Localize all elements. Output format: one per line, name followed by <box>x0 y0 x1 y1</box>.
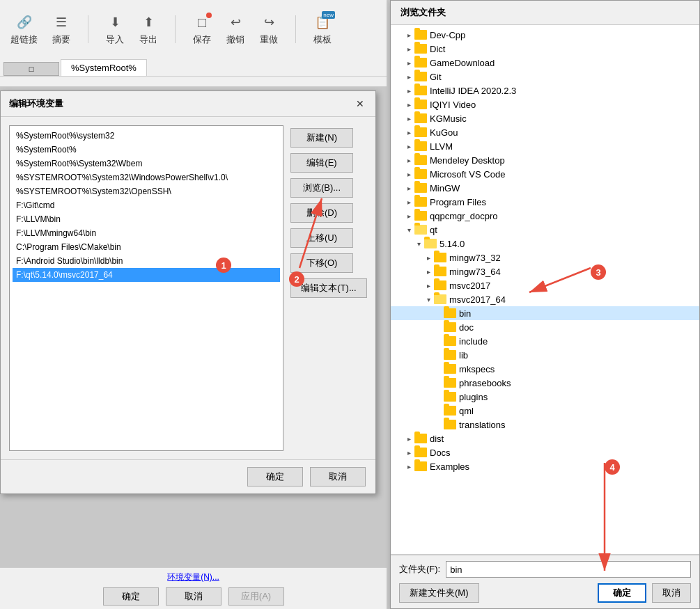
tree-toggle-icon[interactable]: ▾ <box>413 238 424 249</box>
tree-toggle-icon[interactable]: ▸ <box>403 155 414 166</box>
toolbar-template[interactable]: 📋 new 模板 <box>313 13 332 46</box>
move-up-button[interactable]: 上移(U) <box>290 228 353 248</box>
env-list-item[interactable]: F:\qt\5.14.0\msvc2017_64 <box>13 268 280 282</box>
env-list-item[interactable]: %SYSTEMROOT%\System32\WindowsPowerShell\… <box>13 171 280 184</box>
env-list-item[interactable]: %SystemRoot% <box>13 143 280 157</box>
tree-item[interactable]: ▸Microsoft VS Code <box>391 167 699 181</box>
tree-toggle-icon[interactable]: ▸ <box>423 266 434 277</box>
tree-item[interactable]: ▸IntelliJ IDEA 2020.2.3 <box>391 84 699 97</box>
browse-tree[interactable]: ▸Dev-Cpp▸Dict▸GameDownload▸Git▸IntelliJ … <box>391 25 699 555</box>
tree-item[interactable]: ▸IQIYI Video <box>391 97 699 111</box>
tree-item[interactable]: mkspecs <box>391 362 699 376</box>
tree-item[interactable]: ▸Examples <box>391 459 699 473</box>
tree-item[interactable]: lib <box>391 348 699 362</box>
tree-item[interactable]: doc <box>391 320 699 334</box>
tree-item[interactable]: ▸Program Files <box>391 195 699 209</box>
tree-toggle-icon[interactable]: ▸ <box>403 127 414 138</box>
tree-toggle-icon[interactable]: ▸ <box>403 433 414 444</box>
tree-item[interactable]: include <box>391 334 699 348</box>
toolbar-import[interactable]: ⬇ 导入 <box>105 13 125 46</box>
tree-item[interactable]: ▾5.14.0 <box>391 237 699 251</box>
tree-toggle-icon[interactable]: ▸ <box>403 29 414 40</box>
env-list-item[interactable]: F:\LLVM\bin <box>13 212 280 226</box>
toolbar-undo[interactable]: ↩ 撤销 <box>226 13 245 46</box>
toolbar-save[interactable]: □ 保存 <box>192 13 212 46</box>
tree-toggle-icon[interactable]: ▸ <box>403 71 414 82</box>
browse-ok-button[interactable]: 确定 <box>598 583 646 603</box>
edit-env-button[interactable]: 编辑(E) <box>290 153 353 173</box>
tree-toggle-icon[interactable] <box>433 308 444 319</box>
tab-default[interactable]: □ <box>3 62 59 76</box>
bottom-ok-button[interactable]: 确定 <box>103 587 159 606</box>
env-list-item[interactable]: C:\Program Files\CMake\bin <box>13 240 280 254</box>
tree-toggle-icon[interactable]: ▸ <box>403 461 414 472</box>
tree-item[interactable]: plugins <box>391 390 699 404</box>
tree-toggle-icon[interactable]: ▸ <box>403 447 414 458</box>
tree-toggle-icon[interactable]: ▸ <box>403 168 414 180</box>
toolbar-summary[interactable]: ☰ 摘要 <box>52 13 71 46</box>
tree-item[interactable]: ▸MinGW <box>391 181 699 195</box>
env-list-item[interactable]: F:\Git\cmd <box>13 198 280 212</box>
edit-env-cancel-button[interactable]: 取消 <box>310 467 366 487</box>
tree-toggle-icon[interactable]: ▸ <box>403 99 414 110</box>
tree-item[interactable]: ▸LLVM <box>391 139 699 153</box>
tree-toggle-icon[interactable] <box>433 349 444 361</box>
tree-toggle-icon[interactable]: ▸ <box>403 196 414 207</box>
tree-toggle-icon[interactable] <box>433 391 444 402</box>
toolbar-hyperlink[interactable]: 🔗 超链接 <box>10 13 38 46</box>
tree-item[interactable]: ▸Dict <box>391 42 699 56</box>
bottom-cancel-button[interactable]: 取消 <box>166 587 221 606</box>
tree-item[interactable]: translations <box>391 418 699 432</box>
tree-item[interactable]: ▸Mendeley Desktop <box>391 153 699 167</box>
tree-toggle-icon[interactable]: ▾ <box>423 294 434 305</box>
env-list[interactable]: %SystemRoot%\system32%SystemRoot%%System… <box>9 125 283 451</box>
tree-item[interactable]: ▸Git <box>391 70 699 84</box>
tree-item[interactable]: ▾qt <box>391 223 699 237</box>
tree-item[interactable]: bin <box>391 306 699 320</box>
tree-item[interactable]: ▸qqpcmgr_docpro <box>391 209 699 223</box>
tree-item[interactable]: ▸KGMusic <box>391 111 699 125</box>
tree-toggle-icon[interactable]: ▸ <box>403 57 414 68</box>
tree-toggle-icon[interactable] <box>433 405 444 416</box>
tree-toggle-icon[interactable]: ▸ <box>403 210 414 221</box>
tree-item[interactable]: ▸dist <box>391 432 699 445</box>
folder-path-input[interactable] <box>446 561 691 578</box>
env-list-item[interactable]: F:\Android Studio\bin\lldb\bin <box>13 254 280 268</box>
new-env-button[interactable]: 新建(N) <box>290 128 353 148</box>
tree-toggle-icon[interactable]: ▸ <box>403 182 414 193</box>
tree-toggle-icon[interactable] <box>433 335 444 347</box>
tree-toggle-icon[interactable]: ▸ <box>403 43 414 54</box>
browse-env-button[interactable]: 浏览(B)... <box>290 178 353 198</box>
edit-env-close-button[interactable]: ✕ <box>353 97 367 111</box>
tree-toggle-icon[interactable]: ▸ <box>403 141 414 152</box>
env-list-item[interactable]: %SystemRoot%\System32\Wbem <box>13 157 280 171</box>
tree-item[interactable]: ▸GameDownload <box>391 56 699 70</box>
tree-toggle-icon[interactable]: ▸ <box>403 85 414 96</box>
tree-item[interactable]: ▸mingw73_64 <box>391 264 699 278</box>
env-variables-link[interactable]: 环境变量(N)... <box>167 571 219 583</box>
tab-sysroot[interactable]: %SystemRoot% <box>61 59 147 76</box>
tree-item[interactable]: ▸mingw73_32 <box>391 251 699 264</box>
toolbar-export[interactable]: ⬆ 导出 <box>139 13 158 46</box>
tree-toggle-icon[interactable]: ▾ <box>403 224 414 235</box>
tree-item[interactable]: ▸Docs <box>391 445 699 459</box>
env-list-item[interactable]: %SystemRoot%\system32 <box>13 129 280 143</box>
tree-toggle-icon[interactable] <box>433 322 444 333</box>
toolbar-redo[interactable]: ↪ 重做 <box>259 13 279 46</box>
tree-item[interactable]: ▸Dev-Cpp <box>391 28 699 42</box>
tree-item[interactable]: ▸msvc2017 <box>391 278 699 292</box>
edit-env-ok-button[interactable]: 确定 <box>247 467 303 487</box>
env-list-item[interactable]: %SYSTEMROOT%\System32\OpenSSH\ <box>13 184 280 198</box>
tree-toggle-icon[interactable]: ▸ <box>423 252 434 263</box>
new-folder-button[interactable]: 新建文件夹(M) <box>399 583 479 603</box>
tree-toggle-icon[interactable] <box>433 363 444 374</box>
tree-toggle-icon[interactable] <box>433 419 444 430</box>
bottom-apply-button[interactable]: 应用(A) <box>228 587 284 606</box>
move-down-button[interactable]: 下移(O) <box>290 253 353 273</box>
delete-env-button[interactable]: 删除(D) <box>290 203 353 223</box>
tree-item[interactable]: ▾msvc2017_64 <box>391 292 699 306</box>
tree-toggle-icon[interactable]: ▸ <box>403 113 414 124</box>
env-list-item[interactable]: F:\LLVM\mingw64\bin <box>13 226 280 240</box>
tree-item[interactable]: ▸KuGou <box>391 125 699 139</box>
tree-toggle-icon[interactable]: ▸ <box>423 280 434 291</box>
